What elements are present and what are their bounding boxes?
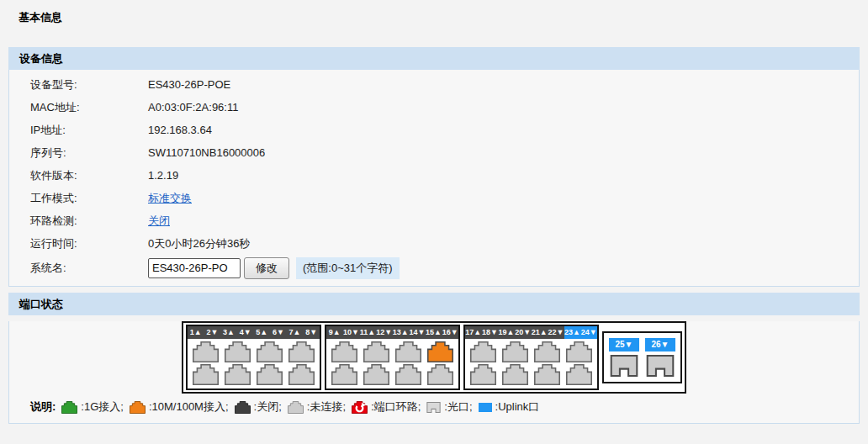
port-rj45-12 [363,364,389,385]
fiber-sfp-25 [610,355,638,377]
port-label-8: 8▼ [303,326,320,339]
port-label-13: 13▲ [393,326,410,339]
port-grid [326,339,458,388]
info-label: 序列号: [9,145,148,161]
system-name-hint: (范围:0~31个字符) [296,257,400,279]
port-label-3: 3▲ [220,326,237,339]
modify-button[interactable]: 修改 [244,257,289,279]
legend-sfp-icon [426,402,441,413]
info-row: 序列号:SW110710NB16000006 [9,141,859,164]
port-group-header: 1▲2▼3▲4▼5▲6▼7▲8▼ [188,326,320,339]
port-label-5: 5▲ [254,326,271,339]
port-rj45-3 [225,341,251,362]
legend-rj45-icon [61,401,77,414]
legend-label: :10M/100M接入; [149,399,229,415]
system-name-input[interactable] [148,258,241,278]
port-label-18: 18▼ [482,326,499,339]
info-value: SW110710NB16000006 [148,146,265,159]
port-label-7: 7▲ [287,326,304,339]
device-info-header: 设备信息 [8,47,860,70]
port-label-15: 15▲ [426,326,442,339]
info-label: 环路检测: [9,214,148,229]
device-info-rows: 设备型号:ES430-26P-POEMAC地址:A0:03:0F:2A:96:1… [9,70,859,255]
port-rj45-8 [288,364,315,385]
port-label-21: 21▲ [532,326,548,339]
legend-rj45-icon [235,401,251,414]
info-value: A0:03:0F:2A:96:11 [148,101,238,114]
info-value: 0天0小时26分钟36秒 [148,236,250,251]
device-info-body: 设备型号:ES430-26P-POEMAC地址:A0:03:0F:2A:96:1… [8,70,860,287]
port-label-24: 24▼ [580,326,597,339]
port-label-4: 4▼ [237,326,254,339]
port-rj45-11 [363,341,389,362]
port-rj45-17 [470,341,496,362]
port-rj45-16 [427,364,453,385]
legend-label: :光口; [444,399,472,415]
legend-uplink-icon [479,403,492,412]
info-label: 设备型号: [9,77,148,92]
info-row: 设备型号:ES430-26P-POE [9,73,859,96]
port-label-6: 6▼ [270,326,287,339]
port-panel: 1▲2▼3▲4▼5▲6▼7▲8▼9▲10▼11▲12▼13▲14▼15▲16▼1… [182,321,686,394]
port-label-16: 16▼ [442,326,458,339]
legend-rj45-icon [130,401,146,414]
port-rj45-23 [566,341,592,362]
port-rj45-5 [257,341,283,362]
port-status-section: 端口状态 1▲2▼3▲4▼5▲6▼7▲8▼9▲10▼11▲12▼13▲14▼15… [8,293,860,424]
system-name-row: 系统名: 修改 (范围:0~31个字符) [9,255,859,286]
port-rj45-21 [534,341,560,362]
info-value-link[interactable]: 关闭 [148,214,170,229]
legend-title: 说明: [30,399,56,415]
legend-item: :未连接; [282,399,346,415]
port-rj45-19 [502,341,528,362]
port-label-1: 1▲ [188,326,204,339]
port-rj45-13 [395,341,421,362]
port-rj45-18 [470,364,496,385]
port-grid [188,339,320,388]
fiber-port-label-25: 25▼ [609,338,639,352]
port-rj45-22 [534,364,560,385]
port-group: 17▲18▼19▲20▼21▲22▼23▲24▼ [463,325,599,390]
info-value: 192.168.3.64 [148,124,212,136]
info-row: 运行时间:0天0小时26分钟36秒 [9,232,859,255]
info-value-link[interactable]: 标准交换 [148,191,192,206]
info-label: 软件版本: [9,168,148,183]
port-group-header: 9▲10▼11▲12▼13▲14▼15▲16▼ [326,326,458,339]
legend-loop-icon [352,401,368,414]
port-label-12: 12▼ [376,326,393,339]
system-name-label: 系统名: [9,261,148,276]
legend-item: :光口; [421,399,472,415]
info-row: IP地址:192.168.3.64 [9,119,859,141]
info-label: MAC地址: [9,100,148,115]
port-label-9: 9▲ [326,326,343,339]
info-label: 工作模式: [9,191,148,206]
info-value: ES430-26P-POE [148,78,230,91]
port-rj45-20 [502,364,528,385]
port-group: 1▲2▼3▲4▼5▲6▼7▲8▼ [186,325,321,390]
legend-label: :Uplink口 [495,399,540,415]
info-row: MAC地址:A0:03:0F:2A:96:11 [9,96,859,119]
info-row: 软件版本:1.2.19 [9,164,859,187]
port-label-20: 20▼ [515,326,532,339]
port-status-body: 1▲2▼3▲4▼5▲6▼7▲8▼9▲10▼11▲12▼13▲14▼15▲16▼1… [8,321,860,424]
info-value: 1.2.19 [148,169,178,182]
legend-item: :10M/100M接入; [124,399,229,415]
legend-item: :1G接入; [56,399,124,415]
port-label-14: 14▼ [409,326,426,339]
device-info-section: 设备信息 设备型号:ES430-26P-POEMAC地址:A0:03:0F:2A… [8,47,860,287]
port-grid [465,339,597,388]
port-rj45-24 [566,364,592,385]
info-row: 环路检测:关闭 [9,209,859,232]
port-rj45-15 [427,341,453,362]
legend-rj45-icon [288,401,304,414]
port-label-22: 22▼ [548,326,564,339]
legend-label: :1G接入; [81,399,124,415]
port-group-header: 17▲18▼19▲20▼21▲22▼23▲24▼ [465,326,597,339]
legend-label: :未连接; [307,399,346,415]
fiber-panel: 25▼26▼ [602,331,682,383]
port-group: 9▲10▼11▲12▼13▲14▼15▲16▼ [325,325,460,390]
port-rj45-6 [257,364,283,385]
info-row: 工作模式:标准交换 [9,187,859,209]
port-rj45-10 [331,364,357,385]
port-rj45-4 [225,364,251,385]
